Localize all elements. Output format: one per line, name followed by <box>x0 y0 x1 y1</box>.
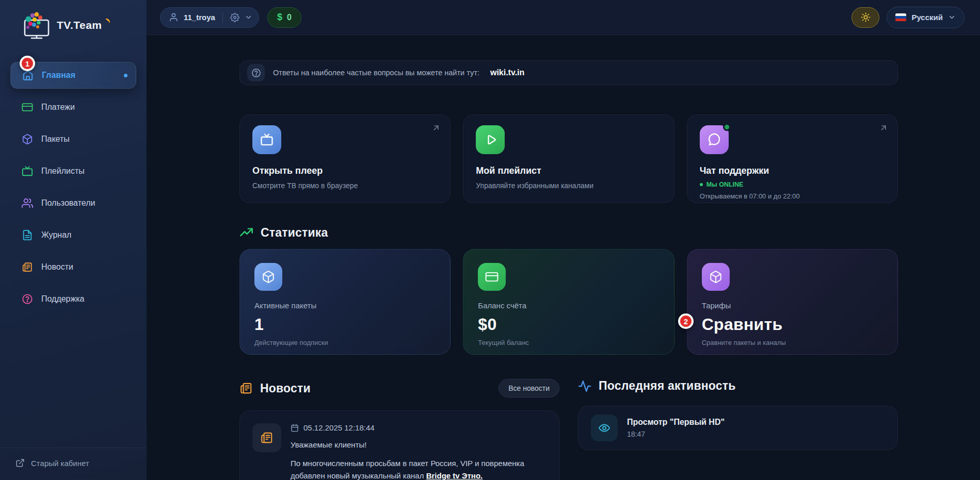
russian-flag-icon <box>895 13 906 21</box>
currency-symbol: $ <box>277 12 282 23</box>
card-subtitle: Управляйте избранными каналами <box>476 181 661 190</box>
sidebar-item-label: Платежи <box>41 103 75 112</box>
sidebar-item-playlists[interactable]: Плейлисты <box>10 158 136 185</box>
online-status: Мы ONLINE <box>700 181 885 188</box>
activity-column: Последняя активность Просмотр "Первый HD… <box>578 379 898 480</box>
stats-heading: Статистика <box>239 226 898 240</box>
sidebar-item-label: Пакеты <box>41 135 70 144</box>
user-menu[interactable]: 11_troya <box>160 7 259 28</box>
topbar-left: 11_troya $ 0 <box>160 7 301 28</box>
news-text-body: По многочисленным просьбам в пакет Росси… <box>291 459 524 479</box>
package-icon <box>22 134 33 145</box>
tv-icon <box>22 165 33 177</box>
news-intro: Уважаемые клиенты! <box>291 439 547 451</box>
sidebar-item-journal[interactable]: Журнал <box>10 222 136 249</box>
stat-value: $0 <box>478 315 659 334</box>
newspaper-icon <box>22 261 33 273</box>
stat-value compare-link[interactable]: Сравнить <box>702 315 883 334</box>
file-text-icon <box>22 229 33 241</box>
brand-logo[interactable]: TV.Team <box>0 0 147 48</box>
app-root: TV.Team Главная Платежи <box>0 0 980 480</box>
stat-label: Баланс счёта <box>478 301 659 310</box>
theme-toggle-button[interactable] <box>852 7 879 28</box>
sidebar-item-support[interactable]: Поддержка <box>10 286 136 312</box>
language-selector[interactable]: Русский <box>887 7 965 28</box>
arrow-up-right-icon <box>879 123 888 133</box>
language-label: Русский <box>911 13 943 22</box>
faq-banner: Ответы на наиболее частые вопросы вы мож… <box>239 60 898 85</box>
users-icon <box>22 197 33 209</box>
divider <box>222 12 223 23</box>
annotation-badge-1: 1 <box>20 56 35 71</box>
balance-amount: 0 <box>287 13 292 22</box>
sidebar-nav: Главная Платежи Пакеты Плейлисты <box>0 48 147 448</box>
main-area: 11_troya $ 0 Русский <box>147 0 980 480</box>
bottom-grid: Новости Все новости 05.12.202 <box>239 379 898 480</box>
sidebar-item-label: Пользователи <box>41 198 95 208</box>
username: 11_troya <box>184 13 215 22</box>
card-subtitle: Смотрите ТВ прямо в браузере <box>252 181 438 190</box>
news-heading: Новости Все новости <box>239 379 559 398</box>
sidebar-item-label: Плейлисты <box>41 167 85 176</box>
chat-bubble-icon <box>700 125 729 154</box>
chevron-down-icon <box>245 13 252 21</box>
calendar-icon <box>291 424 299 432</box>
help-circle-icon <box>22 293 33 305</box>
sidebar-item-packages[interactable]: Пакеты <box>10 126 136 153</box>
eye-icon <box>591 415 618 441</box>
stat-label: Активные пакеты <box>254 301 436 310</box>
newspaper-icon <box>252 423 281 452</box>
support-chat-card[interactable]: Чат поддержки Мы ONLINE Открываемся в 07… <box>687 114 898 203</box>
sidebar-item-users[interactable]: Пользователи <box>10 190 136 217</box>
news-item[interactable]: 05.12.2025 12:18:44 Уважаемые клиенты! П… <box>239 410 559 480</box>
play-icon <box>476 125 505 154</box>
gear-icon[interactable] <box>230 13 239 22</box>
news-channel-link[interactable]: Bridge tv Этно. <box>426 471 483 480</box>
activity-title: Просмотр "Первый HD" <box>627 418 725 427</box>
balance-card[interactable]: Баланс счёта $0 Текущий баланс <box>463 249 674 355</box>
balance-button[interactable]: $ 0 <box>267 7 301 28</box>
section-title: Новости <box>260 382 311 395</box>
tariffs-compare-card[interactable]: Тарифы Сравнить Сравните пакеты и каналы <box>687 249 898 355</box>
external-link-icon <box>15 458 25 468</box>
stat-value: 1 <box>254 315 436 334</box>
active-packages-card[interactable]: Активные пакеты 1 Действующие подписки <box>239 249 451 355</box>
arrow-up-right-icon <box>431 123 441 133</box>
tv-player-icon <box>252 125 281 154</box>
all-news-button[interactable]: Все новости <box>499 379 559 398</box>
news-date-row: 05.12.2025 12:18:44 <box>291 423 547 432</box>
sidebar-item-label: Главная <box>42 71 75 80</box>
topbar-right: Русский <box>852 7 965 28</box>
topbar: 11_troya $ 0 Русский <box>147 0 980 35</box>
my-playlist-card[interactable]: Мой плейлист Управляйте избранными канал… <box>463 114 674 203</box>
newspaper-icon <box>239 382 253 395</box>
green-dot-icon <box>700 183 703 186</box>
home-icon <box>22 70 34 81</box>
online-status-label: Мы ONLINE <box>706 181 744 188</box>
activity-heading: Последняя активность <box>578 379 898 393</box>
tv-team-logo-icon <box>21 11 53 39</box>
sidebar-item-label: Поддержка <box>41 294 84 304</box>
wiki-link[interactable]: wiki.tv.in <box>490 68 524 77</box>
stat-sublabel: Текущий баланс <box>478 339 659 346</box>
signal-icon <box>105 18 112 25</box>
package-icon <box>254 263 282 291</box>
annotation-badge-2: 2 <box>678 313 694 329</box>
news-column: Новости Все новости 05.12.202 <box>239 379 559 480</box>
sidebar-item-news[interactable]: Новости <box>10 254 136 280</box>
sidebar: TV.Team Главная Платежи <box>0 0 147 480</box>
stat-label: Тарифы <box>702 301 883 310</box>
section-title: Последняя активность <box>599 379 736 393</box>
activity-pulse-icon <box>578 379 591 393</box>
activity-item-body: Просмотр "Первый HD" 18:47 <box>627 418 725 438</box>
chevron-down-icon <box>948 13 956 21</box>
online-status-dot <box>723 123 731 131</box>
open-player-card[interactable]: Открыть плеер Смотрите ТВ прямо в браузе… <box>239 114 451 203</box>
package-icon <box>702 263 730 291</box>
credit-card-icon <box>22 102 33 113</box>
old-cabinet-link[interactable]: Старый кабинет <box>15 458 131 468</box>
card-title: Мой плейлист <box>476 165 661 176</box>
sidebar-item-payments[interactable]: Платежи <box>10 94 136 121</box>
sidebar-item-label: Журнал <box>41 230 71 240</box>
activity-item[interactable]: Просмотр "Первый HD" 18:47 <box>578 406 898 450</box>
